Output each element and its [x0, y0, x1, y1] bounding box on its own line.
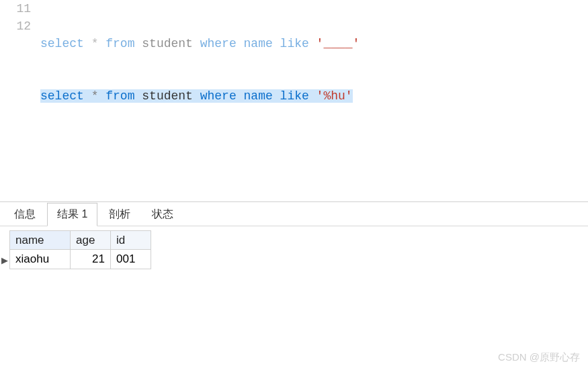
table-header-row: name age id [10, 231, 151, 250]
code-area[interactable]: select * from student where name like '_… [40, 0, 588, 201]
code-line[interactable]: select * from student where name like '%… [40, 87, 588, 105]
line-number-gutter: 11 12 [0, 0, 40, 201]
results-panel: 信息 结果 1 剖析 状态 ▶ name age id xiaohu 21 00… [0, 201, 588, 368]
tab-info[interactable]: 信息 [4, 203, 46, 226]
result-grid: ▶ name age id xiaohu 21 001 [0, 226, 588, 269]
tab-result-1[interactable]: 结果 1 [47, 203, 97, 226]
cell-age[interactable]: 21 [71, 250, 111, 269]
cell-id[interactable]: 001 [111, 250, 151, 269]
line-number: 11 [0, 0, 31, 17]
column-header-name[interactable]: name [10, 231, 71, 250]
column-header-id[interactable]: id [111, 231, 151, 250]
panel-tabs: 信息 结果 1 剖析 状态 [0, 202, 588, 226]
cell-name[interactable]: xiaohu [10, 250, 71, 269]
sql-editor[interactable]: 11 12 select * from student where name l… [0, 0, 588, 201]
error-underline: '____' [317, 37, 360, 50]
code-line[interactable]: select * from student where name like '_… [40, 35, 588, 52]
table-row[interactable]: xiaohu 21 001 [10, 250, 151, 269]
current-row-indicator-icon: ▶ [0, 250, 9, 269]
line-number: 12 [0, 17, 31, 35]
column-header-age[interactable]: age [71, 231, 111, 250]
watermark: CSDN @原野心存 [498, 351, 580, 364]
result-table[interactable]: name age id xiaohu 21 001 [9, 230, 151, 269]
tab-profile[interactable]: 剖析 [99, 203, 140, 226]
tab-status[interactable]: 状态 [142, 203, 183, 226]
row-indicator-gutter: ▶ [0, 230, 9, 269]
